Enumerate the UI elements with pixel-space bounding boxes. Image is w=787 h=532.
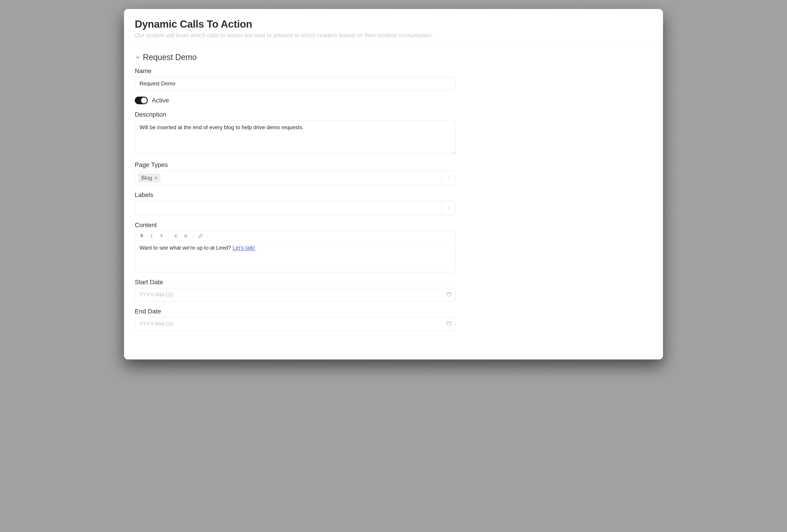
start-date-label: Start Date <box>135 279 455 286</box>
editor-toolbar: B I S <box>135 231 455 241</box>
settings-panel: Dynamic Calls To Action Our system will … <box>124 9 663 359</box>
end-date-field: End Date <box>135 308 455 331</box>
link-icon <box>198 234 203 238</box>
chip-remove-icon[interactable]: ✕ <box>154 175 158 180</box>
svg-point-7 <box>185 236 185 236</box>
strike-button[interactable]: S <box>157 232 166 239</box>
content-field: Content B I S <box>135 221 455 272</box>
page-types-field: Page Types Blog ✕ <box>135 161 455 185</box>
content-link[interactable]: Let's talk! <box>233 244 255 251</box>
description-textarea[interactable] <box>135 121 455 154</box>
list-button[interactable] <box>182 232 190 239</box>
calendar-icon[interactable] <box>446 321 452 327</box>
chevron-right-icon <box>447 176 450 180</box>
active-label: Active <box>152 97 169 104</box>
italic-button[interactable]: I <box>147 232 156 239</box>
content-body[interactable]: Want to see what we're up to at Leed? Le… <box>135 241 455 272</box>
section-toggle[interactable]: Request Demo <box>135 52 652 62</box>
content-editor: B I S <box>135 231 455 272</box>
list-icon <box>184 234 188 238</box>
labels-field: Labels <box>135 191 455 215</box>
svg-rect-9 <box>447 293 451 296</box>
align-left-icon <box>174 234 178 238</box>
section-title: Request Demo <box>143 52 197 62</box>
form-column: Name Active Description Page Types Blog … <box>135 67 455 331</box>
start-date-field: Start Date <box>135 279 455 301</box>
toolbar-separator <box>193 233 193 239</box>
svg-point-8 <box>185 237 185 237</box>
description-label: Description <box>135 111 455 118</box>
svg-rect-13 <box>447 322 451 325</box>
end-date-input[interactable] <box>140 321 446 327</box>
chevron-down-icon <box>135 54 141 60</box>
end-date-label: End Date <box>135 308 455 315</box>
labels-label: Labels <box>135 191 455 198</box>
link-button[interactable] <box>196 232 205 239</box>
page-types-chip: Blog ✕ <box>138 173 161 183</box>
start-date-input-wrapper <box>135 288 455 301</box>
name-input[interactable] <box>135 77 455 90</box>
toolbar-separator <box>169 233 169 239</box>
end-date-input-wrapper <box>135 317 455 331</box>
content-label: Content <box>135 221 455 229</box>
name-field: Name <box>135 67 455 90</box>
calendar-icon[interactable] <box>446 291 452 298</box>
bold-button[interactable]: B <box>137 232 146 239</box>
active-toggle[interactable] <box>135 97 148 104</box>
name-label: Name <box>135 67 455 75</box>
page-title: Dynamic Calls To Action <box>135 18 652 30</box>
labels-select[interactable] <box>135 201 455 215</box>
chip-text: Blog <box>141 175 152 181</box>
page-types-label: Page Types <box>135 161 455 169</box>
content-text: Want to see what we're up to at Leed? <box>140 244 233 251</box>
svg-point-6 <box>185 235 185 235</box>
labels-open-button[interactable] <box>442 201 455 215</box>
description-field: Description <box>135 111 455 155</box>
start-date-input[interactable] <box>140 292 446 298</box>
page-types-select[interactable]: Blog ✕ <box>135 171 455 185</box>
page-types-open-button[interactable] <box>442 171 455 185</box>
active-field: Active <box>135 97 455 104</box>
page-subtitle: Our system will learn which calls to act… <box>135 32 652 45</box>
chevron-right-icon <box>447 206 450 210</box>
align-left-button[interactable] <box>172 232 180 239</box>
